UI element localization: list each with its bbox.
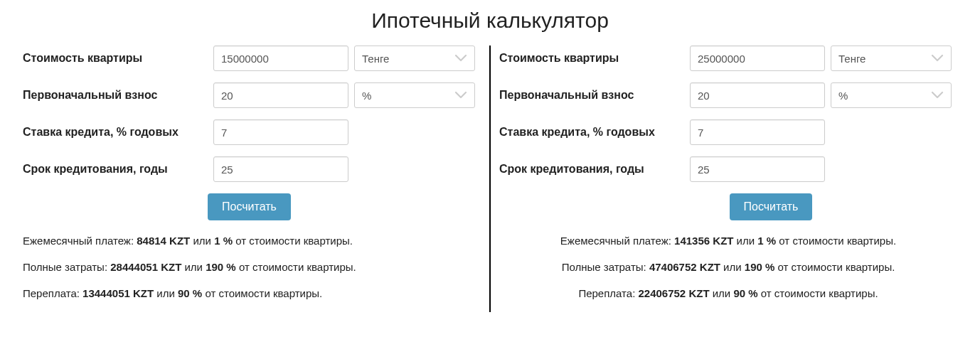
rate-label: Ставка кредита, % годовых [23,126,208,139]
down-unit-select[interactable]: % [354,82,475,108]
currency-value: Тенге [362,53,389,65]
price-label: Стоимость квартиры [499,52,684,65]
calculator-left: Стоимость квартиры Тенге Первоначальный … [14,46,489,312]
term-input[interactable] [213,156,348,182]
page-title: Ипотечный калькулятор [0,0,980,46]
calculator-right: Стоимость квартиры Тенге Первоначальный … [489,46,966,312]
price-label: Стоимость квартиры [23,52,208,65]
down-unit-value: % [838,90,848,102]
currency-select[interactable]: Тенге [354,46,475,71]
down-unit-select[interactable]: % [831,82,952,108]
chevron-down-icon [931,91,944,100]
term-label: Срок кредитования, годы [23,163,208,176]
term-input[interactable] [690,156,825,182]
down-label: Первоначальный взнос [499,89,684,102]
calculate-button[interactable]: Посчитать [730,193,813,220]
results-right: Ежемесячный платеж: 141356 KZT или 1 % о… [499,233,957,301]
rate-input[interactable] [690,119,825,145]
rate-label: Ставка кредита, % годовых [499,126,684,139]
chevron-down-icon [454,54,467,63]
term-label: Срок кредитования, годы [499,163,684,176]
down-input[interactable] [213,82,348,108]
rate-input[interactable] [213,119,348,145]
down-label: Первоначальный взнос [23,89,208,102]
chevron-down-icon [931,54,944,63]
calculate-button[interactable]: Посчитать [208,193,291,220]
chevron-down-icon [454,91,467,100]
down-unit-value: % [362,90,371,102]
price-input[interactable] [690,46,825,71]
currency-value: Тенге [838,53,866,65]
currency-select[interactable]: Тенге [831,46,952,71]
results-left: Ежемесячный платеж: 84814 KZT или 1 % от… [23,233,481,301]
price-input[interactable] [213,46,348,71]
down-input[interactable] [690,82,825,108]
